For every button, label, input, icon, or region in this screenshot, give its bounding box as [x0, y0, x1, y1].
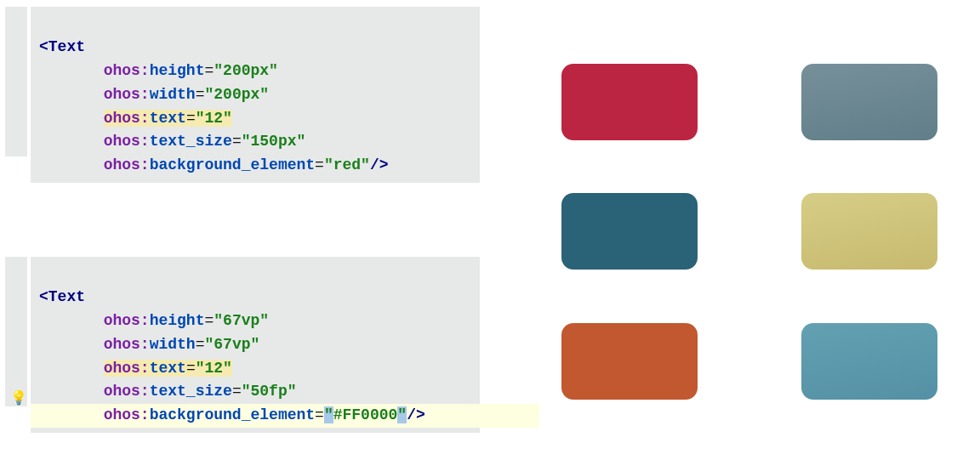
tag-open-1: <Text	[39, 38, 85, 55]
gutter-2	[5, 257, 27, 406]
swatch-5[interactable]	[561, 323, 698, 400]
highlight-attr-2: ohos:text="12"	[104, 360, 232, 377]
code-block-1[interactable]: <Text ohos:height="200px" ohos:width="20…	[31, 7, 480, 183]
gutter-1	[5, 7, 27, 156]
tag-open-2: <Text	[39, 288, 85, 305]
swatch-2[interactable]	[801, 64, 937, 140]
highlight-attr-1: ohos:text="12"	[104, 110, 232, 127]
lightbulb-icon[interactable]: 💡	[10, 389, 27, 406]
swatch-6[interactable]	[801, 323, 937, 400]
swatch-4[interactable]	[801, 193, 937, 270]
swatch-3[interactable]	[561, 193, 698, 270]
selected-value: "#FF0000"	[324, 406, 407, 423]
swatch-1[interactable]	[561, 64, 698, 140]
code-block-2[interactable]: <Text ohos:height="67vp" ohos:width="67v…	[31, 257, 480, 433]
current-line: ohos:background_element="#FF0000"/>	[31, 404, 539, 428]
